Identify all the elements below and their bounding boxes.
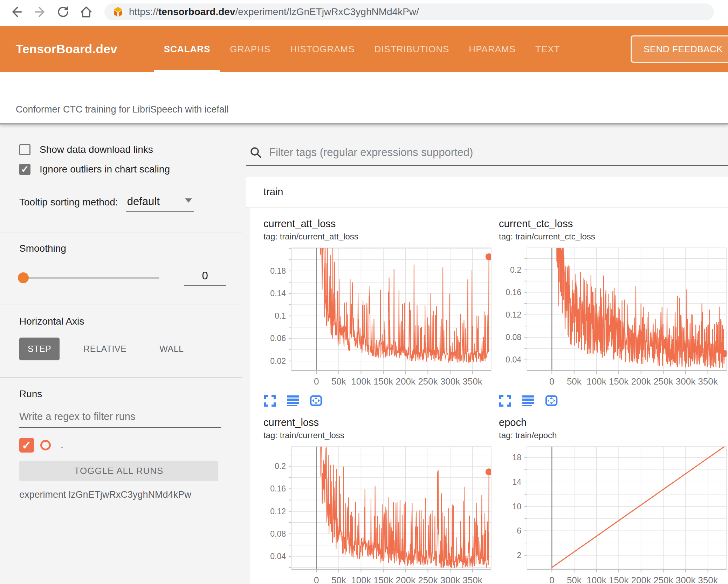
tag-group-header-train[interactable]: train bbox=[246, 177, 728, 208]
sidebar-divider bbox=[0, 232, 242, 232]
svg-text:200k: 200k bbox=[396, 575, 416, 584]
slider-thumb[interactable] bbox=[18, 272, 29, 283]
runs-label: Runs bbox=[19, 388, 226, 400]
tab-graphs[interactable]: GRAPHS bbox=[220, 26, 280, 72]
url-path: /experiment/lzGnETjwRxC3yghNMd4kPw/ bbox=[235, 6, 419, 17]
tab-scalars[interactable]: SCALARS bbox=[154, 26, 220, 72]
svg-text:0.12: 0.12 bbox=[270, 507, 286, 516]
line-chart[interactable]: 050k100k150k200k250k300k350k0.020.060.10… bbox=[263, 244, 495, 392]
svg-text:50k: 50k bbox=[331, 376, 346, 387]
tab-text[interactable]: TEXT bbox=[526, 26, 570, 72]
reload-icon[interactable] bbox=[54, 3, 72, 21]
line-chart[interactable]: 050k100k150k200k250k300k350k26101418 bbox=[499, 443, 728, 584]
svg-text:250k: 250k bbox=[418, 376, 438, 387]
run-color-swatch bbox=[40, 440, 51, 450]
svg-text:200k: 200k bbox=[631, 376, 651, 387]
axis-step-button[interactable]: STEP bbox=[19, 338, 60, 360]
svg-text:300k: 300k bbox=[440, 575, 460, 584]
runs-filter-input[interactable] bbox=[19, 408, 221, 428]
svg-text:0: 0 bbox=[314, 376, 319, 387]
fit-domain-icon[interactable] bbox=[545, 394, 558, 407]
chart-title: epoch bbox=[499, 417, 728, 428]
svg-text:350k: 350k bbox=[698, 376, 718, 387]
sidebar-divider bbox=[0, 305, 242, 305]
svg-text:250k: 250k bbox=[653, 575, 673, 584]
horizontal-axis-label: Horizontal Axis bbox=[19, 316, 226, 327]
tab-hparams[interactable]: HPARAMS bbox=[459, 26, 526, 72]
chart-tag: tag: train/current_loss bbox=[263, 430, 499, 440]
svg-text:0: 0 bbox=[549, 575, 554, 584]
chevron-down-icon bbox=[185, 198, 192, 203]
svg-text:150k: 150k bbox=[609, 376, 629, 387]
forward-icon[interactable] bbox=[31, 3, 49, 21]
axis-relative-button[interactable]: RELATIVE bbox=[74, 338, 136, 360]
svg-text:150k: 150k bbox=[609, 575, 629, 584]
run-checkbox[interactable]: ✓ bbox=[19, 438, 34, 453]
svg-text:300k: 300k bbox=[676, 376, 696, 387]
svg-text:250k: 250k bbox=[653, 376, 673, 387]
svg-text:6: 6 bbox=[517, 526, 521, 535]
svg-text:350k: 350k bbox=[698, 575, 718, 584]
chart-tag: tag: train/current_ctc_loss bbox=[499, 232, 728, 242]
back-icon[interactable] bbox=[8, 3, 26, 21]
line-chart[interactable]: 050k100k150k200k250k300k350k0.040.080.12… bbox=[499, 244, 728, 392]
experiment-title-bar: Conformer CTC training for LibriSpeech w… bbox=[0, 72, 728, 124]
data-list-icon[interactable] bbox=[287, 394, 299, 407]
data-list-icon[interactable] bbox=[522, 394, 535, 407]
address-bar[interactable]: https://tensorboard.dev/experiment/lzGnE… bbox=[104, 4, 714, 20]
chart-title: current_att_loss bbox=[263, 218, 499, 230]
svg-text:100k: 100k bbox=[586, 376, 606, 387]
tab-distributions[interactable]: DISTRIBUTIONS bbox=[365, 26, 459, 72]
search-icon bbox=[249, 146, 262, 159]
svg-text:0: 0 bbox=[314, 575, 319, 584]
url-domain: tensorboard.dev bbox=[158, 6, 235, 17]
ignore-outliers-checkbox[interactable]: ✓ bbox=[19, 164, 30, 175]
svg-text:0.1: 0.1 bbox=[275, 311, 286, 320]
tooltip-sorting-value: default bbox=[127, 195, 160, 208]
brand-title: TensorBoard.dev bbox=[16, 26, 117, 72]
ignore-outliers-row[interactable]: ✓ Ignore outliers in chart scaling bbox=[19, 164, 226, 175]
svg-text:0.12: 0.12 bbox=[506, 310, 521, 319]
svg-text:350k: 350k bbox=[462, 575, 482, 584]
settings-sidebar: Show data download links ✓ Ignore outlie… bbox=[0, 124, 242, 584]
svg-text:0.14: 0.14 bbox=[270, 289, 286, 298]
chart-tag: tag: train/epoch bbox=[499, 430, 728, 440]
svg-text:250k: 250k bbox=[418, 575, 438, 584]
toggle-all-runs-button[interactable]: TOGGLE ALL RUNS bbox=[19, 461, 218, 481]
smoothing-value[interactable]: 0 bbox=[184, 270, 226, 286]
charts-panel: current_att_loss tag: train/current_att_… bbox=[250, 208, 728, 584]
show-download-links-row[interactable]: Show data download links bbox=[19, 144, 226, 155]
axis-wall-button[interactable]: WALL bbox=[150, 338, 193, 360]
tooltip-sorting-dropdown[interactable]: default bbox=[126, 195, 194, 212]
chart-card-current-loss: current_loss tag: train/current_loss 050… bbox=[263, 417, 499, 584]
tag-filter-input[interactable] bbox=[269, 146, 728, 159]
horizontal-axis-buttons: STEP RELATIVE WALL bbox=[19, 338, 226, 360]
chart-title: current_ctc_loss bbox=[499, 218, 728, 230]
show-download-links-checkbox[interactable] bbox=[19, 144, 30, 155]
tooltip-sorting-row: Tooltip sorting method: default bbox=[19, 195, 226, 212]
svg-text:300k: 300k bbox=[440, 376, 460, 387]
tag-filter-row bbox=[246, 146, 728, 166]
fullscreen-icon[interactable] bbox=[499, 394, 511, 407]
tab-histograms[interactable]: HISTOGRAMS bbox=[280, 26, 364, 72]
svg-text:300k: 300k bbox=[676, 575, 696, 584]
svg-text:0.04: 0.04 bbox=[506, 355, 521, 364]
chart-tag: tag: train/current_att_loss bbox=[263, 232, 499, 242]
url-text: https://tensorboard.dev/experiment/lzGnE… bbox=[129, 6, 419, 18]
chart-toolbar bbox=[263, 394, 499, 408]
svg-text:0.16: 0.16 bbox=[506, 288, 521, 297]
smoothing-slider[interactable] bbox=[19, 277, 159, 279]
run-list-item[interactable]: ✓ . bbox=[19, 438, 226, 453]
fullscreen-icon[interactable] bbox=[263, 394, 276, 407]
tag-group-title: train bbox=[263, 186, 283, 198]
svg-text:0.16: 0.16 bbox=[270, 484, 286, 493]
home-icon[interactable] bbox=[77, 3, 95, 21]
line-chart[interactable]: 050k100k150k200k250k300k350k0.040.080.12… bbox=[263, 443, 495, 584]
tensorboard-favicon bbox=[113, 7, 123, 17]
send-feedback-button[interactable]: SEND FEEDBACK bbox=[631, 35, 728, 63]
chart-card-epoch: epoch tag: train/epoch 050k100k150k200k2… bbox=[499, 417, 728, 584]
fit-domain-icon[interactable] bbox=[310, 394, 322, 407]
svg-text:2: 2 bbox=[517, 551, 521, 560]
svg-text:0.18: 0.18 bbox=[270, 266, 286, 276]
svg-text:10: 10 bbox=[512, 502, 521, 511]
